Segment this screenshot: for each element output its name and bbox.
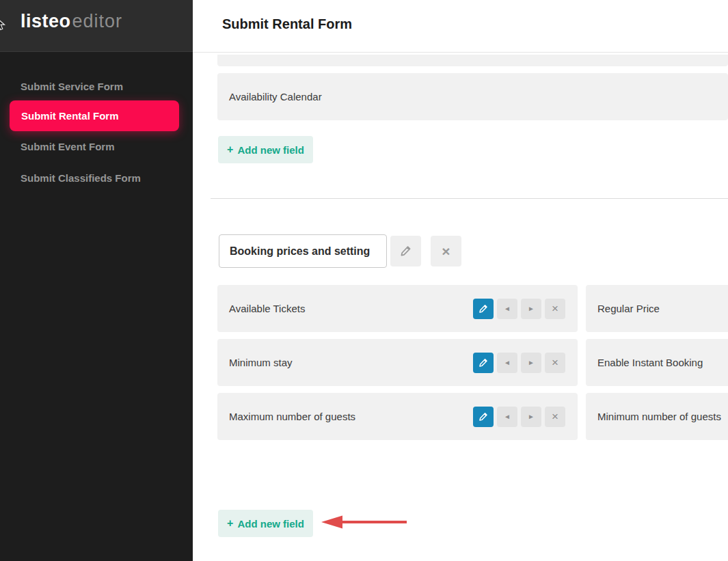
pencil-icon xyxy=(478,358,488,368)
logo-primary-text: listeo xyxy=(21,11,71,31)
close-icon: × xyxy=(552,357,558,368)
caret-right-icon: ► xyxy=(528,305,535,312)
section-divider xyxy=(211,198,728,199)
add-new-field-button-bottom[interactable]: + Add new field xyxy=(218,510,313,537)
pencil-icon xyxy=(478,412,488,422)
move-right-button[interactable]: ► xyxy=(521,299,541,319)
caret-left-icon: ◄ xyxy=(504,359,511,366)
caret-left-icon: ◄ xyxy=(504,413,511,420)
field-row-minimum-number-of-guests: Minimum number of guests xyxy=(586,393,728,440)
add-new-field-label: Add new field xyxy=(237,518,304,530)
sidebar: listeoeditor Submit Service Form Submit … xyxy=(0,0,193,561)
field-label: Availability Calendar xyxy=(229,91,716,102)
pencil-icon xyxy=(400,245,412,257)
mouse-cursor-icon xyxy=(0,16,6,31)
move-right-button[interactable]: ► xyxy=(521,407,541,427)
edit-group-button[interactable] xyxy=(390,236,421,266)
field-label: Maximum number of guests xyxy=(229,411,473,422)
caret-right-icon: ► xyxy=(528,413,535,420)
sidebar-item-submit-event-form[interactable]: Submit Event Form xyxy=(21,141,115,152)
delete-field-button[interactable]: × xyxy=(545,407,565,427)
field-row-enable-instant-booking: Enable Instant Booking xyxy=(586,339,728,386)
plus-icon: + xyxy=(227,517,233,530)
move-left-button[interactable]: ◄ xyxy=(497,407,517,427)
app-logo: listeoeditor xyxy=(21,11,122,32)
field-label: Minimum number of guests xyxy=(597,411,728,422)
delete-field-button[interactable]: × xyxy=(545,353,565,373)
field-row-minimum-stay: Minimum stay ◄ ► × xyxy=(217,339,578,386)
plus-icon: + xyxy=(227,143,233,156)
remove-group-button[interactable]: × xyxy=(431,236,461,266)
move-left-button[interactable]: ◄ xyxy=(497,299,517,319)
field-row-availability-calendar: Availability Calendar xyxy=(217,73,728,120)
page-title: Submit Rental Form xyxy=(222,16,352,32)
logo-secondary-text: editor xyxy=(72,11,123,31)
sidebar-item-submit-classifieds-form[interactable]: Submit Classifieds Form xyxy=(21,172,141,184)
row-actions: ◄ ► × xyxy=(473,299,565,319)
partial-field-row xyxy=(217,55,728,66)
pencil-icon xyxy=(478,304,488,314)
field-label: Minimum stay xyxy=(229,357,473,368)
close-icon: × xyxy=(552,411,558,422)
field-row-regular-price: Regular Price xyxy=(586,285,728,332)
close-icon: × xyxy=(442,243,450,260)
field-row-available-tickets: Available Tickets ◄ ► × xyxy=(217,285,578,332)
edit-field-button[interactable] xyxy=(473,299,494,319)
field-label: Available Tickets xyxy=(229,303,473,314)
field-label: Enable Instant Booking xyxy=(597,357,728,368)
edit-field-button[interactable] xyxy=(473,407,494,427)
group-name-input[interactable] xyxy=(219,234,387,268)
app-window: listeoeditor Submit Service Form Submit … xyxy=(0,0,728,561)
add-new-field-label: Add new field xyxy=(237,144,304,156)
close-icon: × xyxy=(552,303,558,314)
sidebar-item-submit-rental-form[interactable]: Submit Rental Form xyxy=(10,100,179,131)
move-right-button[interactable]: ► xyxy=(521,353,541,373)
delete-field-button[interactable]: × xyxy=(545,299,565,319)
caret-right-icon: ► xyxy=(528,359,535,366)
caret-left-icon: ◄ xyxy=(504,305,511,312)
main-header: Submit Rental Form xyxy=(193,0,728,53)
red-arrow-annotation xyxy=(320,512,410,532)
sidebar-header: listeoeditor xyxy=(0,0,193,52)
field-row-maximum-number-of-guests: Maximum number of guests ◄ ► × xyxy=(217,393,578,440)
add-new-field-button-top[interactable]: + Add new field xyxy=(218,136,313,163)
move-left-button[interactable]: ◄ xyxy=(497,353,517,373)
edit-field-button[interactable] xyxy=(473,353,494,373)
field-label: Regular Price xyxy=(597,303,728,314)
sidebar-item-submit-service-form[interactable]: Submit Service Form xyxy=(21,81,123,92)
row-actions: ◄ ► × xyxy=(473,407,565,427)
row-actions: ◄ ► × xyxy=(473,353,565,373)
